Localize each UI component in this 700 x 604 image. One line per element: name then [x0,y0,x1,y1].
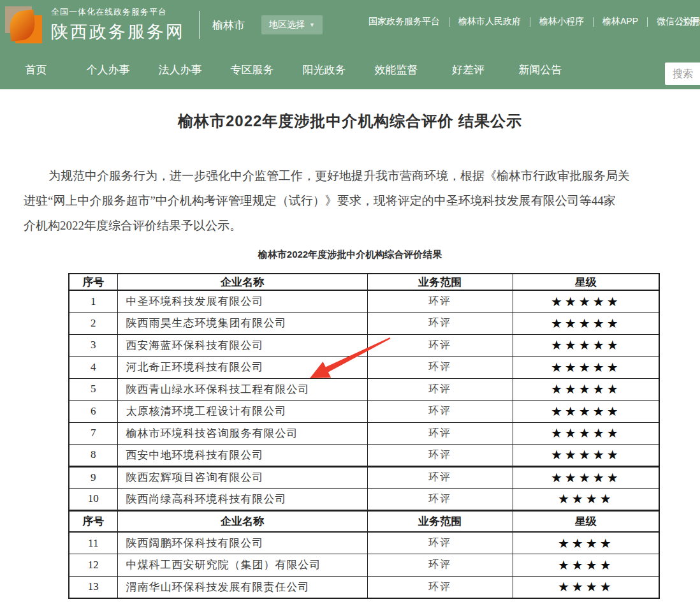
star-rating: ★★★★ [513,532,659,554]
row-number: 5 [69,378,117,401]
row-number: 6 [69,401,117,423]
business-scope: 环评 [367,378,513,401]
business-scope: 环评 [367,357,513,379]
table-row: 6太原核清环境工程设计有限公司环评★★★★★ [69,401,659,423]
business-scope: 环评 [367,532,513,554]
row-number: 9 [69,466,117,489]
table-row: 1中圣环境科技发展有限公司环评★★★★★ [69,290,659,313]
business-scope: 环评 [367,334,513,357]
company-name: 榆林市环境科技咨询服务有限公司 [117,422,367,445]
header-nav-row: 首页个人办事法人办事专区服务阳光政务效能监督好差评新闻公告 [0,50,700,89]
top-links: 国家政务服务平台榆林市人民政府榆林小程序榆林APP微信公众号 [368,16,700,27]
table-row: 13渭南华山环保科技发展有限责任公司环评★★★★ [69,576,659,598]
star-rating: ★★★★★ [513,445,659,467]
company-name: 渭南华山环保科技发展有限责任公司 [117,576,367,598]
current-city-label: 榆林市 [212,18,245,33]
nav-item[interactable]: 专区服务 [216,63,288,77]
business-scope: 环评 [367,401,513,423]
register-link[interactable]: 注册 [680,16,699,28]
row-number: 8 [69,445,117,467]
nav-item[interactable]: 好差评 [432,63,504,77]
company-name: 陕西阔鹏环保科技有限公司 [117,532,367,554]
table-row: 3西安海蓝环保科技有限公司环评★★★★★ [69,334,659,357]
row-number: 10 [69,489,117,511]
site-name: 陕西政务服务网 [51,20,185,43]
column-header: 序号 [69,274,117,290]
company-name: 中煤科工西安研究院（集团）有限公司 [117,554,367,577]
column-header: 企业名称 [117,274,367,290]
link-separator [593,17,594,27]
business-scope: 环评 [367,422,513,445]
platform-label: 全国一体化在线政务服务平台 [51,6,185,18]
nav-item[interactable]: 法人办事 [144,63,216,77]
table-row: 12中煤科工西安研究院（集团）有限公司环评★★★★ [69,554,659,577]
header-top-row: 全国一体化在线政务服务平台 陕西政务服务网 榆林市 地区选择 ▼ 国家政务服务平… [0,0,700,50]
region-select-button[interactable]: 地区选择 ▼ [261,15,323,34]
business-scope: 环评 [367,445,513,467]
link-separator [647,17,648,27]
search-input[interactable] [665,63,700,85]
brand-divider [199,11,200,39]
top-link[interactable]: 榆林小程序 [539,16,584,27]
table-row: 5陕西青山绿水环保科技工程有限公司环评★★★★★ [69,378,659,401]
top-link[interactable]: 榆林市人民政府 [458,16,521,27]
link-separator [530,17,530,27]
nav-item[interactable]: 效能监督 [360,63,432,77]
chevron-down-icon: ▼ [309,22,315,28]
company-name: 陕西尚绿高科环境科技有限公司 [117,489,367,511]
company-name: 西安中地环境科技有限公司 [117,445,367,467]
business-scope: 环评 [367,489,513,511]
brand-text: 全国一体化在线政务服务平台 陕西政务服务网 [51,6,185,43]
star-rating: ★★★★★ [513,313,659,335]
page-title: 榆林市2022年度涉批中介机构综合评价 结果公示 [0,89,700,131]
nav-item[interactable]: 阳光政务 [288,63,360,77]
evaluation-table: 序号企业名称业务范围星级1中圣环境科技发展有限公司环评★★★★★2陕西雨昊生态环… [68,273,660,599]
row-number: 3 [69,334,117,357]
table-caption: 榆林市2022年度涉批中介机构综合评价结果 [0,249,700,261]
company-name: 陕西雨昊生态环境集团有限公司 [117,313,367,335]
row-number: 7 [69,422,117,445]
paragraph-line: 为规范中介服务行为，进一步强化中介监管工作，更好地提升我市营商环境，根据《榆林市… [0,163,700,188]
site-logo [5,6,42,45]
table-row: 7榆林市环境科技咨询服务有限公司环评★★★★★ [69,422,659,445]
column-header: 业务范围 [367,274,513,290]
business-scope: 环评 [367,576,513,598]
company-name: 陕西宏辉项目咨询有限公司 [117,466,367,489]
star-rating: ★★★★★ [513,378,659,401]
announcement-content: 榆林市2022年度涉批中介机构综合评价 结果公示 为规范中介服务行为，进一步强化… [0,89,700,599]
business-scope: 环评 [367,290,513,313]
region-select-label: 地区选择 [269,19,305,31]
column-header: 星级 [513,510,659,532]
star-rating: ★★★★★ [513,357,659,379]
company-name: 河北奇正环境科技有限公司 [117,357,367,379]
nav-item[interactable]: 新闻公告 [504,63,576,77]
column-header: 业务范围 [367,510,513,532]
row-number: 2 [69,313,117,335]
star-rating: ★★★★ [513,554,659,577]
row-number: 11 [69,532,117,554]
column-header: 星级 [513,274,659,290]
announcement-paragraph: 为规范中介服务行为，进一步强化中介监管工作，更好地提升我市营商环境，根据《榆林市… [0,163,700,238]
business-scope: 环评 [367,554,513,577]
link-separator [449,17,449,27]
top-link[interactable]: 国家政务服务平台 [368,16,440,27]
business-scope: 环评 [367,466,513,489]
table-row: 2陕西雨昊生态环境集团有限公司环评★★★★★ [69,313,659,335]
row-number: 12 [69,554,117,577]
star-rating: ★★★★★ [513,422,659,445]
company-name: 陕西青山绿水环保科技工程有限公司 [117,378,367,401]
paragraph-line: 介机构2022年度综合评价结果予以公示。 [0,213,700,238]
company-name: 太原核清环境工程设计有限公司 [117,401,367,423]
company-name: 西安海蓝环保科技有限公司 [117,334,367,357]
table-row: 4河北奇正环境科技有限公司环评★★★★★ [69,357,659,379]
table-header-row: 序号企业名称业务范围星级 [69,510,659,532]
top-link[interactable]: 榆林APP [602,16,638,27]
star-rating: ★★★★★ [513,466,659,489]
nav-item[interactable]: 首页 [0,63,72,77]
row-number: 4 [69,357,117,379]
site-header: 全国一体化在线政务服务平台 陕西政务服务网 榆林市 地区选择 ▼ 国家政务服务平… [0,0,700,89]
table-row: 8西安中地环境科技有限公司环评★★★★★ [69,445,659,467]
company-name: 中圣环境科技发展有限公司 [117,290,367,313]
star-rating: ★★★★★ [513,290,659,313]
nav-item[interactable]: 个人办事 [72,63,144,77]
